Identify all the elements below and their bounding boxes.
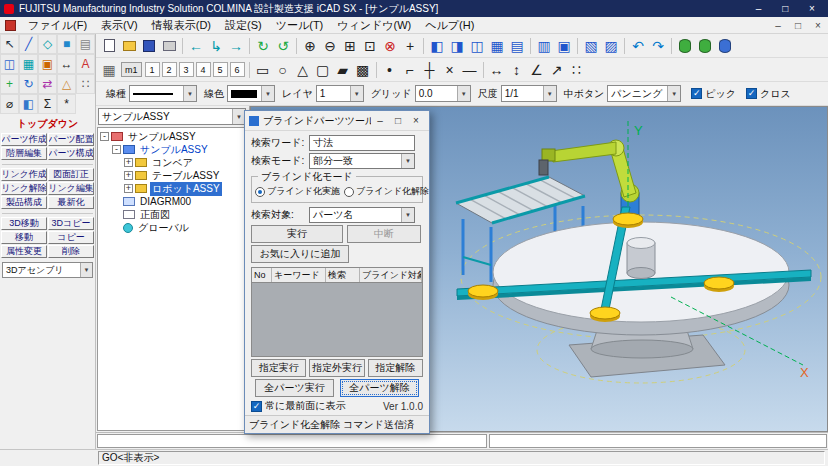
menu-item[interactable]: ファイル(F) [21,17,94,34]
message-field[interactable] [97,434,487,448]
grid-display-icon[interactable]: ▦ [99,60,119,80]
rotate-part-icon[interactable]: ↻ [19,74,38,94]
new-doc-icon[interactable] [99,36,119,56]
polygon-tool-icon[interactable]: △ [293,60,313,80]
sidebar-button[interactable]: パーツ作成 [1,133,47,146]
sidebar-button[interactable]: 削除 [48,245,94,258]
sidebar-button[interactable]: リンク編集 [48,182,94,195]
zoom-in-icon[interactable]: ⊕ [300,36,320,56]
sidebar-button[interactable]: パーツ構成 [48,147,94,160]
child-minimize-button[interactable]: – [768,20,788,31]
move-part-icon[interactable]: + [0,74,19,94]
corner-tool-icon[interactable]: ⌐ [400,60,420,80]
dialog-maximize-button[interactable]: □ [389,115,407,126]
tree-expander-icon[interactable]: + [124,184,133,193]
sidebar-button[interactable]: パーツ配置 [48,133,94,146]
sidebar-button[interactable]: 製品構成 [1,196,47,209]
zoom-fit-icon[interactable]: ⊡ [360,36,380,56]
layer-button-6[interactable]: 6 [230,62,245,77]
table-header-cell[interactable]: キーワード [272,268,326,282]
print-icon[interactable] [159,36,179,56]
sidebar-button[interactable]: 3D移動 [1,217,47,230]
search-mode-combo[interactable]: 部分一致 ▼ [309,153,415,169]
search-word-input[interactable]: 寸法 [309,135,415,151]
tree-item[interactable]: グローバル [98,221,247,234]
sidebar-button[interactable]: 図面訂正 [48,168,94,181]
part-tool-icon[interactable]: ◫ [0,54,19,74]
sidebar-button[interactable]: 属性変更 [1,245,47,258]
menu-item[interactable]: 表示(V) [94,17,145,34]
tree-item[interactable]: +コンベア [98,156,247,169]
view-quad-icon[interactable]: ◫ [467,36,487,56]
layer-button-3[interactable]: 3 [179,62,194,77]
search-target-combo[interactable]: パーツ名 ▼ [309,207,415,223]
wireframe-view-icon[interactable]: ▨ [601,36,621,56]
spec-out-run-button[interactable]: 指定外実行 [309,359,364,377]
sheet-tool-icon[interactable]: ▤ [76,34,95,54]
db-model-icon[interactable] [715,36,735,56]
back-arrow-icon[interactable]: ← [186,36,206,56]
rounded-rect-tool-icon[interactable]: ▢ [313,60,333,80]
sidebar-button[interactable]: 3Dコピー [48,217,94,230]
cross-checkbox[interactable] [746,88,757,99]
solid-tool-icon[interactable]: ■ [57,34,76,54]
redo-icon[interactable]: ↷ [648,36,668,56]
dim-horizontal-icon[interactable]: ↔ [487,60,507,80]
branch-arrow-icon[interactable]: ↳ [206,36,226,56]
assembly-tool-icon[interactable]: ▦ [19,54,38,74]
regenerate-icon[interactable]: ↺ [273,36,293,56]
assembly-mode-selector[interactable]: 3Dアセンブリ ▼ [2,262,93,278]
keyword-table[interactable]: Noキーワード検索ブラインド対象 [251,267,423,357]
layer-button-2[interactable]: 2 [162,62,177,77]
array-part-icon[interactable]: ∷ [76,74,95,94]
select-tool-icon[interactable]: ↖ [0,34,19,54]
table-header-cell[interactable]: No [252,268,272,282]
tree-item[interactable]: +ロボットASSY [98,182,247,195]
point-tool-icon[interactable]: • [380,60,400,80]
maximize-button[interactable]: □ [773,3,797,14]
menu-item[interactable]: ウィンドウ(W) [330,17,418,34]
view-single-icon[interactable]: ◧ [427,36,447,56]
table-header-cell[interactable]: 検索 [326,268,360,282]
measure-tool-icon[interactable]: ⌀ [0,94,19,114]
undo-icon[interactable]: ↶ [628,36,648,56]
spec-run-button[interactable]: 指定実行 [251,359,306,377]
command-history-field[interactable] [489,434,827,448]
db-parts-icon[interactable] [675,36,695,56]
menu-item[interactable]: 情報表示(D) [145,17,218,34]
edit-tool-icon[interactable]: ▣ [38,54,57,74]
shade-view-icon[interactable]: ▧ [581,36,601,56]
view-split-icon[interactable]: ◨ [447,36,467,56]
middle-button-combo[interactable]: パンニング ▼ [607,85,681,102]
pick-checkbox[interactable] [691,88,702,99]
section-tool-icon[interactable]: ◧ [19,94,38,114]
all-parts-release-button[interactable]: 全パーツ解除 [340,379,419,397]
add-favorite-button[interactable]: お気に入りに追加 [251,245,349,263]
tree-expander-icon[interactable]: - [112,145,121,154]
circle-tool-icon[interactable]: ○ [273,60,293,80]
cross-tool-icon[interactable]: ┼ [420,60,440,80]
rect-tool-icon[interactable]: ▭ [253,60,273,80]
layer-combo[interactable]: 1 ▼ [316,85,364,102]
surface-tool-icon[interactable]: ◇ [38,34,57,54]
blind-parts-dialog[interactable]: ブラインドパーツツール – □ × 検索ワード: 寸法 検索モード: 部分一致 … [244,110,430,434]
scale-combo[interactable]: 1/1 ▼ [501,85,557,102]
sidebar-button[interactable]: 階層編集 [1,147,47,160]
table-header-cell[interactable]: ブラインド対象 [360,268,422,282]
dim-vertical-icon[interactable]: ↕ [507,60,527,80]
zoom-cancel-icon[interactable]: ⊗ [380,36,400,56]
sidebar-button[interactable]: コピー [48,231,94,244]
keyword-table-body[interactable] [252,283,422,356]
hatch-tool-icon[interactable]: ▩ [353,60,373,80]
close-button[interactable]: × [800,3,824,14]
dialog-minimize-button[interactable]: – [371,115,389,126]
window-cascade-icon[interactable]: ▥ [534,36,554,56]
forward-arrow-icon[interactable]: → [226,36,246,56]
command-prompt[interactable]: GO<非表示> [98,451,825,465]
mirror-part-icon[interactable]: ⇄ [38,74,57,94]
zoom-out-icon[interactable]: ⊖ [320,36,340,56]
abort-button[interactable]: 中断 [347,225,421,243]
center-cylinder[interactable] [627,238,655,279]
view-grid-icon[interactable]: ▦ [487,36,507,56]
tree-expander-icon[interactable]: - [100,132,109,141]
